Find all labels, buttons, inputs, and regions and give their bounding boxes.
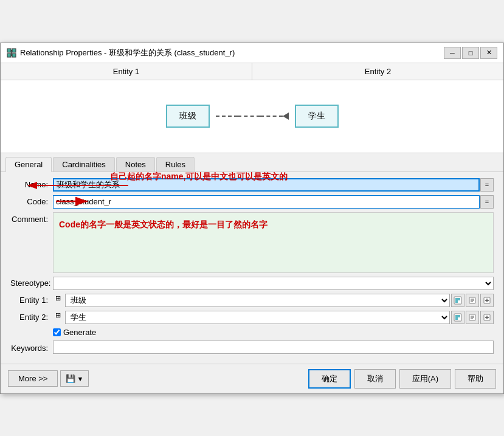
arrow-head [283,112,289,120]
entity2-row: Entity 2: ⊞ 学生 [10,311,494,324]
window-title: Relationship Properties - 班级和学生的关系 (clas… [20,47,235,58]
entity2-new-button[interactable] [480,311,494,324]
code-row: Code: = [10,195,494,209]
bottom-left-buttons: More >> 💾 ▼ [8,370,89,387]
svg-rect-23 [455,317,458,320]
diagram-area: 班级 学生 [1,80,503,153]
entity1-box: 班级 [166,105,210,128]
comment-label: Comment: [10,212,53,224]
relationship-line [216,112,289,120]
entity1-select[interactable]: 班级 [65,294,450,307]
name-label: Name: [10,178,53,189]
tab-cardinalities[interactable]: Cardinalities [53,157,115,171]
stereotype-select[interactable] [53,277,494,290]
generate-checkbox[interactable] [53,328,61,336]
keywords-label: Keywords: [10,342,53,353]
svg-rect-21 [455,315,458,317]
comment-textarea[interactable] [53,212,494,273]
minimize-button[interactable]: ─ [444,47,461,59]
save-button[interactable]: 💾 ▼ [60,370,89,387]
confirm-button[interactable]: 确定 [308,369,351,389]
stereotype-label: Stereotype: [10,277,53,288]
entity2-header: Entity 2 [252,63,503,80]
tab-notes[interactable]: Notes [116,157,155,171]
bottom-bar: More >> 💾 ▼ 确定 取消 应用(A) 帮助 [1,364,503,393]
entity2-label: Entity 2: [10,311,53,322]
more-button[interactable]: More >> [8,370,58,387]
tabs-bar: General Cardinalities Notes Rules [1,153,503,172]
code-label: Code: [10,195,53,206]
entity1-new-button[interactable] [480,294,494,307]
dashed-line2 [238,116,260,117]
stereotype-row: Stereotype: [10,277,494,290]
entity1-edit-button[interactable] [466,294,479,307]
entity2-select[interactable]: 学生 [65,311,450,324]
name-input[interactable] [53,178,480,192]
main-window: Relationship Properties - 班级和学生的关系 (clas… [0,43,504,394]
window-controls: ─ □ ✕ [444,47,497,59]
entity1-row: Entity 1: ⊞ 班级 [10,294,494,307]
svg-rect-12 [455,300,458,303]
maximize-button[interactable]: □ [462,47,479,59]
svg-rect-1 [12,49,16,52]
generate-row: Generate [10,328,494,337]
entity1-icon: ⊞ [53,294,63,303]
keywords-input[interactable] [53,341,494,354]
entity1-header: Entity 1 [1,63,252,80]
entity1-browse-button[interactable] [451,294,464,307]
svg-rect-11 [458,298,460,300]
title-bar: Relationship Properties - 班级和学生的关系 (clas… [1,43,503,63]
window-icon [7,48,16,58]
svg-rect-22 [458,315,460,317]
entity2-edit-button[interactable] [466,311,479,324]
entity2-browse-button[interactable] [451,311,464,324]
cancel-button[interactable]: 取消 [354,369,396,389]
entity2-box: 学生 [295,105,339,128]
svg-rect-0 [7,49,11,52]
code-input[interactable] [53,195,480,209]
help-button[interactable]: 帮助 [455,369,496,389]
code-equals-button[interactable]: = [480,195,494,209]
save-dropdown-icon: ▼ [77,375,83,382]
entity-header: Entity 1 Entity 2 [1,63,503,80]
dashed-line3 [260,116,283,117]
tab-rules[interactable]: Rules [156,157,195,171]
svg-rect-3 [12,54,16,57]
name-row: Name: = [10,178,494,192]
close-button[interactable]: ✕ [480,47,497,59]
form-area: 自己起的名字name,可以是中文也可以是英文的 Name: = Code: = [1,172,503,364]
entity1-label: Entity 1: [10,294,53,305]
keywords-row: Keywords: [10,341,494,354]
name-equals-button[interactable]: = [480,178,494,192]
svg-rect-2 [7,54,11,57]
save-icon: 💾 [66,374,75,383]
tab-general[interactable]: General [5,157,52,172]
bottom-right-buttons: 确定 取消 应用(A) 帮助 [308,369,496,389]
apply-button[interactable]: 应用(A) [399,369,451,389]
comment-row: Comment: Code的名字一般是英文状态的，最好是一目了然的名字 [10,212,494,273]
dashed-line [216,116,238,117]
generate-label[interactable]: Generate [63,328,96,337]
svg-rect-10 [455,298,458,300]
entity2-icon: ⊞ [53,311,63,320]
